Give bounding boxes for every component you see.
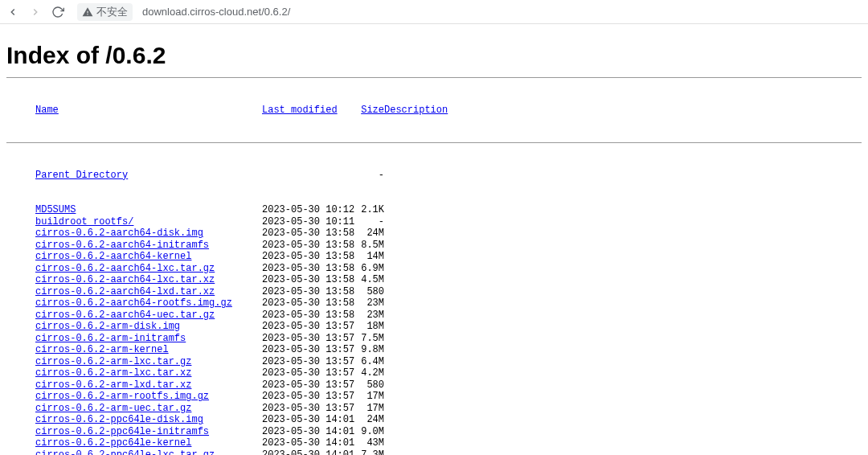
file-link[interactable]: cirros-0.6.2-arm-initramfs: [35, 333, 186, 344]
list-item: cirros-0.6.2-arm-lxc.tar.gz2023-05-30 13…: [6, 356, 862, 368]
file-link[interactable]: cirros-0.6.2-arm-disk.img: [35, 321, 180, 332]
list-item: cirros-0.6.2-ppc64le-initramfs2023-05-30…: [6, 426, 862, 438]
file-size: 17M: [355, 391, 384, 402]
file-size: 24M: [355, 228, 384, 239]
list-item: cirros-0.6.2-arm-kernel2023-05-30 13:579…: [6, 344, 862, 356]
file-size: 580: [355, 286, 384, 297]
list-item: cirros-0.6.2-arm-rootfs.img.gz2023-05-30…: [6, 391, 862, 403]
browser-toolbar: 不安全 download.cirros-cloud.net/0.6.2/: [0, 0, 868, 24]
directory-listing: NameLast modifiedSize Description Parent…: [6, 81, 862, 455]
file-link[interactable]: cirros-0.6.2-aarch64-lxc.tar.gz: [35, 263, 215, 274]
file-link[interactable]: buildroot_rootfs/: [35, 216, 133, 228]
file-link[interactable]: cirros-0.6.2-ppc64le-lxc.tar.gz: [35, 449, 215, 455]
list-item: cirros-0.6.2-aarch64-kernel2023-05-30 13…: [6, 251, 862, 263]
file-size: 7.3M: [355, 449, 384, 455]
parent-directory-row: Parent Directory-: [6, 170, 862, 182]
file-date: 2023-05-30 13:58: [262, 309, 355, 321]
security-badge[interactable]: 不安全: [77, 3, 133, 21]
file-date: 2023-05-30 13:57: [262, 344, 355, 355]
list-item: cirros-0.6.2-arm-uec.tar.gz2023-05-30 13…: [6, 403, 862, 415]
file-link[interactable]: cirros-0.6.2-aarch64-rootfs.img.gz: [35, 297, 232, 309]
file-size: 6.9M: [355, 263, 384, 274]
back-button[interactable]: [6, 6, 19, 18]
list-item: cirros-0.6.2-arm-lxd.tar.xz2023-05-30 13…: [6, 379, 862, 391]
file-size: 14M: [355, 251, 384, 262]
file-size: 6.4M: [355, 356, 384, 367]
page-content: Index of /0.6.2 NameLast modifiedSize De…: [0, 24, 868, 455]
file-link[interactable]: cirros-0.6.2-ppc64le-kernel: [35, 437, 191, 449]
col-size[interactable]: Size: [361, 105, 384, 116]
col-description[interactable]: Description: [384, 105, 448, 116]
file-size: 24M: [355, 414, 384, 425]
file-size: 17M: [355, 403, 384, 414]
list-item: cirros-0.6.2-ppc64le-kernel2023-05-30 14…: [6, 437, 862, 449]
list-item: buildroot_rootfs/2023-05-30 10:11-: [6, 216, 862, 228]
file-size: 2.1K: [355, 204, 384, 215]
file-date: 2023-05-30 13:58: [262, 251, 355, 262]
file-size: 580: [355, 379, 384, 391]
file-date: 2023-05-30 13:58: [262, 228, 355, 239]
page-title: Index of /0.6.2: [6, 42, 862, 69]
file-link[interactable]: cirros-0.6.2-ppc64le-disk.img: [35, 414, 203, 425]
forward-button[interactable]: [29, 6, 42, 18]
file-date: 2023-05-30 13:57: [262, 403, 355, 414]
file-link[interactable]: cirros-0.6.2-arm-uec.tar.gz: [35, 403, 191, 414]
parent-directory-link[interactable]: Parent Directory: [35, 170, 128, 181]
reload-button[interactable]: [51, 6, 64, 18]
file-link[interactable]: cirros-0.6.2-arm-lxc.tar.xz: [35, 367, 191, 379]
security-text: 不安全: [96, 5, 128, 19]
file-size: 4.2M: [355, 367, 384, 379]
list-item: cirros-0.6.2-aarch64-initramfs2023-05-30…: [6, 240, 862, 252]
file-date: 2023-05-30 13:57: [262, 356, 355, 367]
file-date: 2023-05-30 14:01: [262, 426, 355, 437]
file-date: 2023-05-30 13:58: [262, 274, 355, 285]
file-link[interactable]: cirros-0.6.2-aarch64-initramfs: [35, 240, 209, 251]
file-link[interactable]: cirros-0.6.2-aarch64-lxd.tar.xz: [35, 286, 215, 297]
list-item: cirros-0.6.2-aarch64-lxc.tar.gz2023-05-3…: [6, 263, 862, 275]
list-item: cirros-0.6.2-arm-lxc.tar.xz2023-05-30 13…: [6, 367, 862, 379]
file-date: 2023-05-30 14:01: [262, 437, 355, 449]
file-size: 4.5M: [355, 274, 384, 285]
list-item: MD5SUMS2023-05-30 10:122.1K: [6, 204, 862, 216]
file-size: 18M: [355, 321, 384, 332]
file-size: 23M: [355, 309, 384, 321]
list-item: cirros-0.6.2-aarch64-disk.img2023-05-30 …: [6, 228, 862, 240]
file-link[interactable]: cirros-0.6.2-ppc64le-initramfs: [35, 426, 209, 437]
file-date: 2023-05-30 13:57: [262, 379, 355, 391]
col-modified[interactable]: Last modified: [262, 105, 338, 116]
list-item: cirros-0.6.2-aarch64-rootfs.img.gz2023-0…: [6, 297, 862, 309]
file-date: 2023-05-30 13:58: [262, 286, 355, 297]
col-name[interactable]: Name: [35, 105, 59, 116]
file-link[interactable]: MD5SUMS: [35, 204, 76, 215]
file-date: 2023-05-30 13:58: [262, 297, 355, 309]
file-link[interactable]: cirros-0.6.2-aarch64-uec.tar.gz: [35, 309, 215, 321]
file-size: 8.5M: [355, 240, 384, 251]
file-size: 9.8M: [355, 344, 384, 355]
file-link[interactable]: cirros-0.6.2-arm-kernel: [35, 344, 169, 355]
divider: [6, 77, 862, 78]
file-size: 43M: [355, 437, 384, 449]
file-date: 2023-05-30 13:57: [262, 391, 355, 402]
file-link[interactable]: cirros-0.6.2-arm-rootfs.img.gz: [35, 391, 209, 402]
file-link[interactable]: cirros-0.6.2-aarch64-lxc.tar.xz: [35, 274, 215, 285]
list-item: cirros-0.6.2-aarch64-uec.tar.gz2023-05-3…: [6, 309, 862, 322]
file-link[interactable]: cirros-0.6.2-arm-lxd.tar.xz: [35, 379, 191, 391]
list-item: cirros-0.6.2-aarch64-lxc.tar.xz2023-05-3…: [6, 274, 862, 286]
listing-header: NameLast modifiedSize Description: [6, 105, 862, 117]
file-date: 2023-05-30 13:57: [262, 321, 355, 332]
divider: [6, 142, 862, 143]
file-date: 2023-05-30 10:11: [262, 216, 355, 228]
file-link[interactable]: cirros-0.6.2-aarch64-kernel: [35, 251, 191, 262]
file-date: 2023-05-30 14:01: [262, 449, 355, 455]
list-item: cirros-0.6.2-arm-initramfs2023-05-30 13:…: [6, 333, 862, 345]
file-link[interactable]: cirros-0.6.2-aarch64-disk.img: [35, 228, 203, 239]
list-item: cirros-0.6.2-ppc64le-lxc.tar.gz2023-05-3…: [6, 449, 862, 455]
file-size: 9.0M: [355, 426, 384, 437]
file-size: 7.5M: [355, 333, 384, 344]
list-item: cirros-0.6.2-arm-disk.img2023-05-30 13:5…: [6, 321, 862, 333]
list-item: cirros-0.6.2-aarch64-lxd.tar.xz2023-05-3…: [6, 286, 862, 298]
file-date: 2023-05-30 13:58: [262, 240, 355, 251]
file-link[interactable]: cirros-0.6.2-arm-lxc.tar.gz: [35, 356, 191, 367]
warning-icon: [82, 6, 93, 18]
url-bar[interactable]: download.cirros-cloud.net/0.6.2/: [142, 6, 290, 18]
